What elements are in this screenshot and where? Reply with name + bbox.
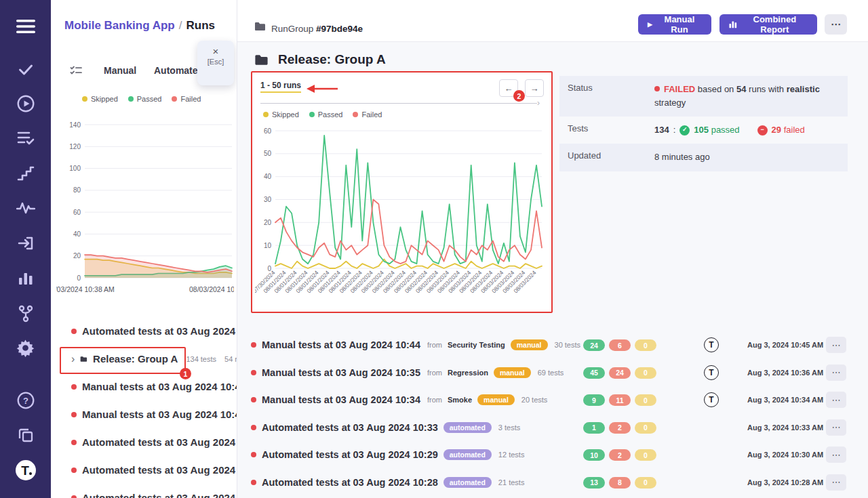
svg-text:60: 60 (73, 209, 81, 216)
run-list-item[interactable]: Manual tests at 03 Aug 2024 10:43 (51, 373, 237, 400)
run-group-title: Release: Group A (93, 353, 178, 365)
run-row[interactable]: Manual tests at 03 Aug 2024 10:34fromSmo… (251, 386, 848, 414)
legend-failed: Failed (172, 95, 201, 103)
row-more-button[interactable]: ⋯ (826, 337, 846, 353)
branch-icon[interactable] (0, 305, 51, 323)
runs-play-icon[interactable] (0, 95, 51, 112)
legend-dot (353, 112, 358, 117)
esc-hint: [Esc] (197, 58, 234, 66)
pulse-analytics-icon[interactable] (0, 200, 51, 215)
icon-rail: ? T (0, 0, 51, 498)
run-row[interactable]: Automated tests at 03 Aug 2024 10:28auto… (251, 469, 848, 497)
row-more-button[interactable]: ⋯ (826, 419, 846, 436)
tab-automated[interactable]: Automated (154, 65, 203, 76)
folder-icon (254, 54, 269, 68)
passed-count-pill: 13 (583, 477, 605, 489)
manual-run-button[interactable]: ▶Manual Run (638, 14, 711, 35)
row-more-button[interactable]: ⋯ (826, 447, 846, 463)
runs-range-label: 1 - 50 runs (260, 81, 301, 93)
header-more-button[interactable]: ⋯ (825, 14, 847, 35)
run-list-item[interactable]: Automated tests at 03 Aug 2024 1 (51, 484, 237, 498)
run-row[interactable]: Manual tests at 03 Aug 2024 10:44fromSec… (251, 331, 848, 359)
topbar: RunGroup #97bde94e ▶Manual Run Combined … (237, 0, 868, 42)
updated-value: 8 minutes ago (654, 150, 710, 164)
failed-count-pill: 24 (609, 367, 631, 379)
svg-text:60: 60 (264, 127, 272, 135)
svg-text:0: 0 (77, 274, 81, 282)
tests-value: 134: ✓ 105 passed − 29 failed (654, 123, 805, 137)
steps-icon[interactable] (0, 165, 51, 182)
run-group-item[interactable]: ›Release: Group A134 tests54 r (51, 345, 237, 373)
tasks-check-icon[interactable] (0, 61, 51, 77)
mini-chart-legend: SkippedPassedFailed (82, 95, 201, 103)
legend-dot (172, 96, 177, 102)
run-title: Automated tests at 03 Aug 2024 10 (82, 325, 237, 337)
help-icon[interactable]: ? (0, 392, 51, 409)
skipped-count-pill: 0 (635, 339, 656, 351)
run-title: Automated tests at 03 Aug 2024 10:33 (262, 422, 438, 433)
breadcrumb: Mobile Banking App/Runs (64, 19, 215, 33)
projects-copy-icon[interactable] (0, 427, 51, 443)
group-tests-count: 134 tests (186, 355, 216, 363)
testomat-logo[interactable]: T (0, 459, 51, 481)
passed-count-pill: 1 (583, 422, 605, 434)
run-title: Automated tests at 03 Aug 2024 10 (82, 436, 237, 448)
failed-status-dot (71, 495, 77, 498)
failed-status-dot (251, 425, 256, 430)
run-date: Aug 3, 2024 10:33 AM (747, 423, 823, 432)
row-more-button[interactable]: ⋯ (826, 365, 846, 381)
skipped-count-pill: 0 (635, 449, 656, 461)
updated-row: Updated 8 minutes ago (559, 144, 848, 171)
status-value: FAILED based on 54 runs with realisticst… (654, 83, 820, 110)
run-list-item[interactable]: Automated tests at 03 Aug 2024 10 (51, 428, 237, 456)
passed-count-pill: 24 (583, 339, 605, 351)
svg-text:120: 120 (69, 143, 81, 150)
test-plans-icon[interactable] (0, 130, 51, 146)
chevron-right-icon[interactable]: › (71, 354, 75, 365)
close-icon[interactable]: × (213, 46, 219, 56)
group-runs-chart: 010203040506007/30/202408/01/202408/01/2… (255, 123, 549, 310)
pager-prev-button[interactable]: ← (499, 79, 518, 97)
run-list-item[interactable]: Automated tests at 03 Aug 2024 10 (51, 317, 237, 345)
run-list-item[interactable]: Manual tests at 03 Aug 2024 10:42 (51, 400, 237, 428)
legend-skipped: Skipped (82, 95, 118, 103)
run-title: Automated tests at 03 Aug 2024 10 (82, 464, 237, 476)
svg-text:08/03/2024 10:39 AM: 08/03/2024 10:39 AM (189, 285, 234, 293)
row-more-button[interactable]: ⋯ (826, 474, 846, 491)
legend-dot (309, 112, 315, 117)
reports-chart-icon[interactable] (0, 270, 51, 286)
chart-scrollbar[interactable] (260, 103, 537, 104)
run-title: Automated tests at 03 Aug 2024 1 (82, 492, 237, 498)
project-panel: Mobile Banking App/Runs Manual Automated… (51, 0, 237, 498)
user-avatar: T (704, 365, 719, 380)
menu-icon[interactable] (0, 19, 51, 34)
failed-status-dot (251, 452, 256, 457)
manual-badge: manual (494, 367, 531, 378)
run-date: Aug 3, 2024 10:30 AM (747, 451, 823, 459)
tests-count: 3 tests (498, 423, 520, 432)
run-row[interactable]: Automated tests at 03 Aug 2024 10:29auto… (251, 441, 848, 469)
run-title: Automated tests at 03 Aug 2024 10:28 (262, 477, 438, 488)
row-more-button[interactable]: ⋯ (826, 392, 846, 408)
report-chart-icon (729, 20, 737, 28)
tab-manual[interactable]: Manual (104, 65, 136, 76)
settings-gear-icon[interactable] (0, 339, 51, 357)
run-row[interactable]: Automated tests at 03 Aug 2024 10:33auto… (251, 414, 848, 442)
tests-count: 21 tests (498, 478, 525, 486)
run-list-item[interactable]: Automated tests at 03 Aug 2024 10 (51, 456, 237, 484)
group-chart-legend: SkippedPassedFailed (263, 110, 382, 119)
manual-badge: manual (511, 339, 548, 350)
passed-count-pill: 45 (583, 367, 605, 379)
shortcut-tooltip: × [Esc] (197, 41, 234, 85)
import-icon[interactable] (0, 235, 51, 251)
group-runs-count: 54 r (224, 355, 237, 363)
svg-text:80: 80 (73, 186, 81, 194)
combined-report-button[interactable]: Combined Report (719, 14, 817, 35)
pager-next-button[interactable]: → (525, 79, 544, 97)
from-label: from (427, 369, 442, 377)
project-name[interactable]: Mobile Banking App (64, 19, 175, 32)
automated-badge: automated (443, 449, 492, 460)
run-row[interactable]: Manual tests at 03 Aug 2024 10:35fromReg… (251, 359, 848, 387)
checklist-icon (70, 66, 82, 79)
folder-icon (254, 22, 266, 34)
